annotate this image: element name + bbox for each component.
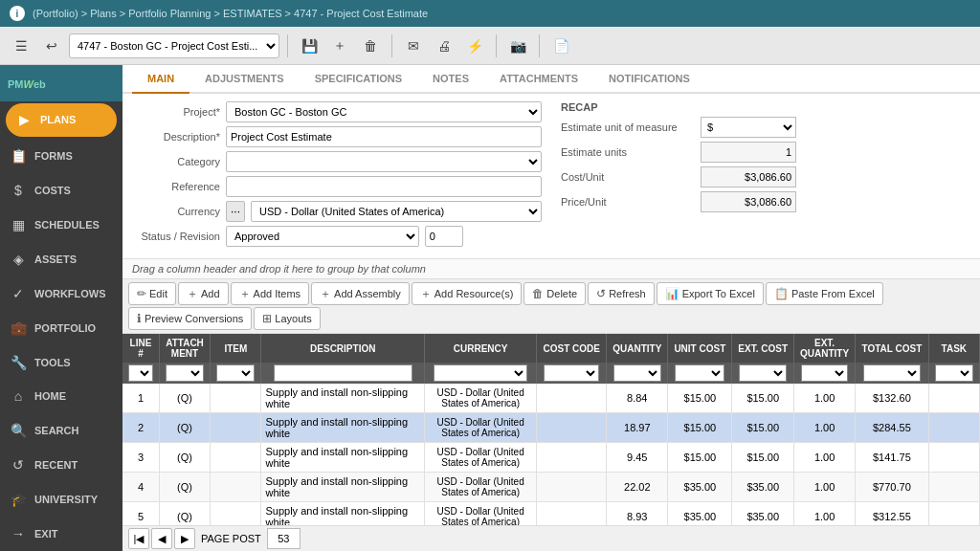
cell-task <box>928 443 979 473</box>
sidebar-item-plans[interactable]: ▶ PLANS <box>6 103 117 138</box>
tab-specifications[interactable]: SPECIFICATIONS <box>300 65 417 94</box>
sidebar-item-recent[interactable]: ↺ RECENT <box>0 448 122 482</box>
add-items-button[interactable]: ＋ Add Items <box>231 282 310 305</box>
page-number-input[interactable] <box>267 528 301 549</box>
tab-notes[interactable]: NOTES <box>417 65 484 94</box>
sidebar-item-forms[interactable]: 📋 FORMS <box>0 139 122 173</box>
add-resources-label: Add Resource(s) <box>434 288 514 299</box>
filter-qty <box>607 363 668 384</box>
cell-desc: Supply and install non-slipping white <box>261 473 425 502</box>
export-excel-button[interactable]: 📊 Export To Excel <box>657 282 764 305</box>
edit-label: Edit <box>149 288 167 299</box>
form-right: RECAP Estimate unit of measure $ Estimat… <box>561 101 969 251</box>
cell-currency: USD - Dollar (United States of America) <box>425 443 537 473</box>
estimate-units-label: Estimate units <box>561 146 695 158</box>
col-attachment: ATTACHMENT <box>159 334 210 363</box>
sidebar-item-university[interactable]: 🎓 UNIVERSITY <box>0 482 122 517</box>
paste-excel-button[interactable]: 📋 Paste From Excel <box>766 282 883 305</box>
layouts-label: Layouts <box>275 313 312 324</box>
delete-button[interactable]: 🗑 <box>357 33 384 59</box>
category-row: Category <box>134 151 542 172</box>
cell-item <box>211 384 261 413</box>
refresh-button[interactable]: ↺ Refresh <box>588 282 655 305</box>
cell-task <box>928 502 979 526</box>
sidebar-item-schedules[interactable]: ▦ SCHEDULES <box>0 208 122 242</box>
sidebar-item-assets[interactable]: ◈ ASSETS <box>0 242 122 276</box>
sidebar-item-search[interactable]: 🔍 SEARCH <box>0 413 122 448</box>
tab-attachments[interactable]: ATTACHMENTS <box>484 65 593 94</box>
add-resources-button[interactable]: ＋ Add Resource(s) <box>412 282 523 305</box>
cell-item <box>211 413 261 443</box>
cell-line: 1 <box>122 384 159 413</box>
sidebar-item-label: FORMS <box>34 150 73 162</box>
sidebar-item-home[interactable]: ⌂ HOME <box>0 379 122 413</box>
status-num-input[interactable] <box>425 226 463 247</box>
sidebar-item-tools[interactable]: 🔧 TOOLS <box>0 345 122 380</box>
cell-task <box>928 413 979 443</box>
save-button[interactable]: 💾 <box>296 33 323 59</box>
sidebar-item-portfolio[interactable]: 💼 PORTFOLIO <box>0 311 122 345</box>
print-button[interactable]: 🖨 <box>431 33 457 59</box>
edit-icon: ✏ <box>137 287 146 300</box>
estimate-unit-select[interactable]: $ <box>701 117 796 138</box>
table-row: 4 (Q) Supply and install non-slipping wh… <box>122 473 980 502</box>
document-button[interactable]: 📄 <box>547 33 574 59</box>
first-page-button[interactable]: |◀ <box>128 528 149 549</box>
cell-unit-cost: $15.00 <box>668 413 732 443</box>
table-container[interactable]: LINE# ATTACHMENT ITEM DESCRIPTION CURREN… <box>122 334 980 525</box>
project-select[interactable]: Boston GC - Boston GC <box>226 101 542 122</box>
description-input[interactable] <box>226 126 542 147</box>
layouts-button[interactable]: ⊞ Layouts <box>254 307 321 330</box>
preview-conversions-button[interactable]: ℹ Preview Conversions <box>128 307 252 330</box>
status-select[interactable]: Approved <box>226 226 419 247</box>
sidebar: PMWeb ▶ PLANS 📋 FORMS $ COSTS ▦ SCHEDULE… <box>0 65 122 551</box>
col-cost-code: COST CODE <box>537 334 607 363</box>
sidebar-item-workflows[interactable]: ✓ WORKFLOWS <box>0 276 122 311</box>
sidebar-item-exit[interactable]: → EXIT <box>0 517 122 551</box>
toolbar: ☰ ↩ 4747 - Boston GC - Project Cost Esti… <box>0 27 980 65</box>
cell-task <box>928 473 979 502</box>
camera-button[interactable]: 📷 <box>504 33 531 59</box>
cell-cost-code <box>537 413 607 443</box>
email-button[interactable]: ✉ <box>400 33 427 59</box>
tab-notifications[interactable]: NOTIFICATIONS <box>593 65 705 94</box>
cell-ext-cost: $15.00 <box>732 384 794 413</box>
cell-att: (Q) <box>159 413 210 443</box>
add-assembly-button[interactable]: ＋ Add Assembly <box>311 282 410 305</box>
delete-row-button[interactable]: 🗑 Delete <box>523 282 586 305</box>
add-assembly-label: Add Assembly <box>334 288 401 299</box>
currency-select[interactable]: USD - Dollar (United States of America) <box>251 201 542 222</box>
currency-dots-button[interactable]: ··· <box>226 201 245 222</box>
sidebar-item-label: PLANS <box>40 114 76 125</box>
col-ext-cost: EXT. COST <box>732 334 794 363</box>
reference-input[interactable] <box>226 176 542 197</box>
cell-ext-cost: $15.00 <box>732 443 794 473</box>
layouts-icon: ⊞ <box>262 312 272 325</box>
cell-ext-qty: 1.00 <box>794 473 856 502</box>
undo-button[interactable]: ↩ <box>38 33 65 59</box>
cell-unit-cost: $35.00 <box>668 502 732 526</box>
prev-page-button[interactable]: ◀ <box>151 528 172 549</box>
export-excel-icon: 📊 <box>665 287 679 300</box>
add-button[interactable]: ＋ <box>326 33 353 59</box>
cell-cost-code <box>537 443 607 473</box>
tab-main[interactable]: MAIN <box>132 65 189 94</box>
cell-att: (Q) <box>159 473 210 502</box>
sidebar-item-costs[interactable]: $ COSTS <box>0 173 122 208</box>
category-select[interactable] <box>226 151 542 172</box>
project-label: Project* <box>134 106 220 118</box>
description-row: Description* <box>134 126 542 147</box>
reference-label: Reference <box>134 181 220 192</box>
lightning-button[interactable]: ⚡ <box>461 33 488 59</box>
hamburger-button[interactable]: ☰ <box>8 33 34 59</box>
add-row-button[interactable]: ＋ Add <box>178 282 229 305</box>
record-select[interactable]: 4747 - Boston GC - Project Cost Esti... <box>69 33 279 58</box>
search-icon: 🔍 <box>10 423 27 438</box>
info-icon[interactable]: i <box>10 6 25 21</box>
cell-att: (Q) <box>159 443 210 473</box>
cell-currency: USD - Dollar (United States of America) <box>425 502 537 526</box>
col-description: DESCRIPTION <box>261 334 425 363</box>
next-page-button[interactable]: ▶ <box>174 528 195 549</box>
edit-button[interactable]: ✏ Edit <box>128 282 176 305</box>
tab-adjustments[interactable]: ADJUSTMENTS <box>189 65 300 94</box>
